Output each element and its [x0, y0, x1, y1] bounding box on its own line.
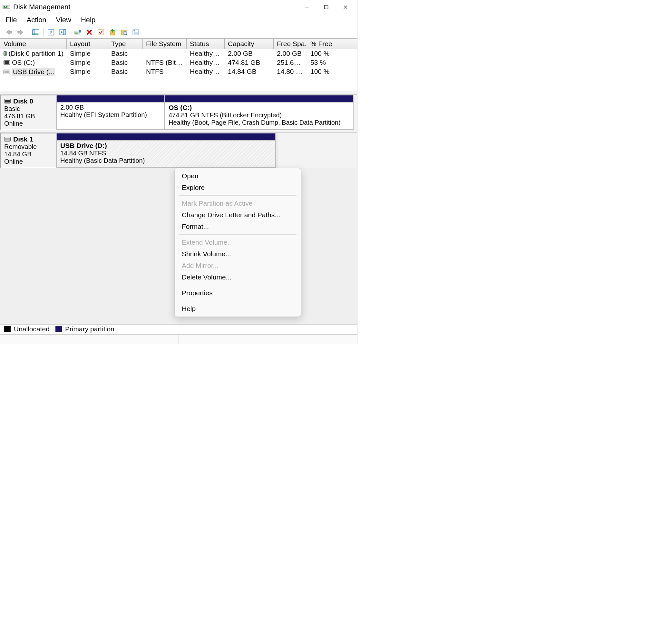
partition-line2: Healthy (Boot, Page File, Crash Dump, Ba…	[169, 119, 350, 126]
disk-icon	[4, 99, 11, 104]
context-menu-separator	[179, 301, 297, 301]
back-button[interactable]	[3, 27, 14, 37]
col-type[interactable]: Type	[108, 39, 143, 49]
disk-name: Disk 0	[13, 97, 33, 105]
legend-label-unallocated: Unallocated	[14, 325, 50, 333]
volume-layout: Simple	[67, 49, 108, 58]
partition-header-bar	[57, 133, 275, 141]
show-hide-console-tree-button[interactable]	[30, 27, 41, 37]
partition-header-bar	[165, 95, 353, 103]
statusbar	[0, 334, 357, 344]
show-hide-action-pane-button[interactable]	[57, 27, 68, 37]
disk-management-window: Disk Management File Action View Help	[0, 0, 358, 344]
window-title: Disk Management	[13, 3, 70, 11]
volume-capacity: 2.00 GB	[225, 49, 274, 58]
volume-pctfree: 53 %	[307, 58, 357, 67]
volume-row[interactable]: OS (C:)SimpleBasicNTFS (BitLo...Healthy …	[0, 58, 357, 67]
partition-line1: 14.84 GB NTFS	[60, 150, 272, 157]
partition[interactable]: OS (C:)474.81 GB NTFS (BitLocker Encrypt…	[165, 95, 353, 130]
volume-rows: (Disk 0 partition 1)SimpleBasicHealthy (…	[0, 49, 357, 91]
svg-line-25	[126, 34, 127, 35]
maximize-button[interactable]	[316, 1, 336, 13]
volume-fs: NTFS	[143, 67, 187, 77]
context-menu-item[interactable]: Change Drive Letter and Paths...	[176, 209, 300, 221]
volume-capacity: 14.84 GB	[225, 67, 274, 77]
partition-header-bar	[57, 95, 164, 103]
menu-view[interactable]: View	[56, 15, 72, 25]
context-menu-item[interactable]: Help	[176, 303, 300, 314]
menu-file[interactable]: File	[5, 15, 17, 25]
col-layout[interactable]: Layout	[67, 39, 108, 49]
settings-list-button[interactable]	[130, 27, 141, 37]
volume-row[interactable]: USB Drive (...SimpleBasicNTFSHealthy (B.…	[0, 67, 357, 77]
partition[interactable]: 2.00 GBHealthy (EFI System Partition)	[57, 95, 165, 130]
delete-button[interactable]	[84, 27, 95, 37]
volume-name: OS (C:)	[12, 59, 35, 67]
svg-rect-2	[6, 6, 8, 7]
export-button[interactable]	[107, 27, 118, 37]
disk-icon	[4, 137, 11, 142]
col-volume[interactable]: Volume	[0, 39, 67, 49]
partition-line2: Healthy (Basic Data Partition)	[60, 157, 272, 164]
context-menu-item[interactable]: Explore	[176, 182, 300, 193]
menu-help[interactable]: Help	[80, 15, 96, 25]
column-headers: Volume Layout Type File System Status Ca…	[0, 39, 357, 49]
col-capacity[interactable]: Capacity	[225, 39, 274, 49]
disk-row: Disk 1Removable14.84 GBOnlineUSB Drive (…	[0, 132, 357, 168]
minimize-button[interactable]	[297, 1, 316, 13]
context-menu-item[interactable]: Open	[176, 170, 300, 182]
refresh-disks-button[interactable]	[72, 27, 83, 37]
partition-resize-grip[interactable]	[276, 133, 278, 168]
volume-capacity: 474.81 GB	[225, 58, 274, 67]
volume-icon	[3, 60, 10, 65]
partition[interactable]: USB Drive (D:)14.84 GB NTFSHealthy (Basi…	[57, 133, 276, 168]
disk-info-line: Online	[4, 158, 53, 165]
volume-layout: Simple	[67, 58, 108, 67]
svg-text:?: ?	[49, 29, 52, 35]
partition-context-menu: OpenExploreMark Partition as ActiveChang…	[175, 168, 301, 317]
volume-pctfree: 100 %	[307, 49, 357, 58]
svg-rect-17	[75, 33, 78, 34]
col-free[interactable]: Free Spa...	[274, 39, 307, 49]
partitions: USB Drive (D:)14.84 GB NTFSHealthy (Basi…	[57, 133, 357, 168]
disk-row: Disk 0Basic476.81 GBOnline2.00 GBHealthy…	[0, 94, 357, 130]
menu-action[interactable]: Action	[26, 15, 47, 25]
context-menu-item: Mark Partition as Active	[176, 198, 300, 209]
context-menu-separator	[179, 195, 297, 196]
context-menu-item[interactable]: Shrink Volume...	[176, 248, 300, 260]
volume-name: USB Drive (...	[12, 68, 55, 76]
help-button[interactable]: ?	[46, 27, 57, 37]
volume-free: 14.80 GB	[274, 67, 307, 77]
context-menu-item[interactable]: Format...	[176, 221, 300, 232]
disk-info[interactable]: Disk 1Removable14.84 GBOnline	[0, 133, 57, 168]
partition-title: USB Drive (D:)	[60, 142, 272, 150]
context-menu-item[interactable]: Properties	[176, 287, 300, 299]
volume-name: (Disk 0 partition 1)	[9, 50, 63, 57]
svg-point-24	[123, 31, 126, 35]
volume-type: Basic	[108, 49, 143, 58]
partition-line1: 2.00 GB	[60, 104, 161, 111]
volume-layout: Simple	[67, 67, 108, 77]
volume-list: Volume Layout Type File System Status Ca…	[0, 38, 357, 91]
context-menu-separator	[179, 234, 297, 235]
close-button[interactable]	[336, 1, 355, 13]
volume-type: Basic	[108, 58, 143, 67]
col-status[interactable]: Status	[187, 39, 225, 49]
disk-info-line: 476.81 GB	[4, 112, 53, 120]
context-menu-item: Extend Volume...	[176, 237, 300, 248]
col-pctfree[interactable]: % Free	[307, 39, 357, 49]
context-menu-item[interactable]: Delete Volume...	[176, 271, 300, 283]
disk-info[interactable]: Disk 0Basic476.81 GBOnline	[0, 95, 57, 130]
col-filesystem[interactable]: File System	[143, 39, 187, 49]
volume-row[interactable]: (Disk 0 partition 1)SimpleBasicHealthy (…	[0, 49, 357, 58]
volume-pctfree: 100 %	[307, 67, 357, 77]
disk-info-line: Removable	[4, 143, 53, 151]
check-button[interactable]	[95, 27, 106, 37]
volume-icon	[3, 70, 10, 74]
forward-button[interactable]	[15, 27, 26, 37]
context-menu-separator	[179, 285, 297, 285]
partition-line2: Healthy (EFI System Partition)	[60, 111, 161, 119]
svg-rect-3	[3, 7, 8, 8]
titlebar: Disk Management	[0, 0, 357, 14]
search-button[interactable]	[119, 27, 130, 37]
